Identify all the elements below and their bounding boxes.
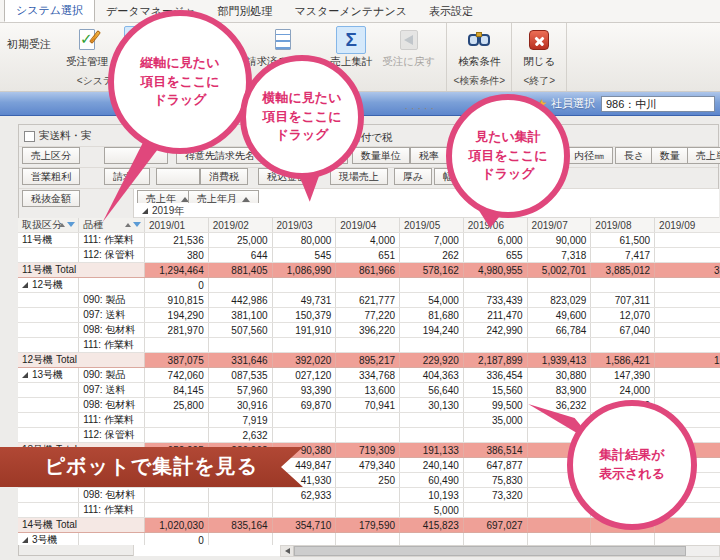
value-cell: 027,120: [272, 368, 336, 383]
value-cell: 861,966: [336, 263, 400, 278]
sort-icon[interactable]: [59, 223, 65, 227]
expand-triangle-icon[interactable]: [142, 208, 148, 214]
field-chip[interactable]: 営業粗利: [22, 168, 80, 185]
menu-tab-4[interactable]: 表示設定: [418, 0, 484, 22]
row-field-header-1[interactable]: 品種: [79, 218, 145, 233]
value-cell: [463, 338, 527, 353]
field-chip[interactable]: 現場売上: [330, 168, 388, 185]
field-chip[interactable]: [156, 168, 200, 185]
table-row: 097: 送料194,290381,100150,37977,22081,680…: [18, 308, 720, 323]
month-column-header[interactable]: 2019/04: [336, 218, 400, 233]
value-cell: [208, 533, 272, 546]
field-chip-label: 厚み: [403, 171, 423, 182]
value-cell: [655, 338, 720, 353]
value-cell: 80,000: [272, 233, 336, 248]
expand-triangle-icon[interactable]: [22, 537, 28, 543]
table-row: 111: 作業料: [18, 338, 720, 353]
value-cell: 396,220: [336, 323, 400, 338]
item-cell: [79, 278, 145, 293]
value-cell: 10,193: [400, 488, 464, 503]
month-column-header[interactable]: 2019/05: [400, 218, 464, 233]
group-cell[interactable]: 12号機: [18, 278, 79, 293]
item-cell: 111: 作業料: [79, 233, 145, 248]
item-cell: 090: 製品: [79, 293, 145, 308]
horizontal-scrollbar[interactable]: [280, 545, 720, 557]
toolbar-button[interactable]: 閉じる: [518, 25, 560, 72]
menu-tab-3[interactable]: マスターメンテナンス: [284, 0, 418, 22]
value-cell: [272, 278, 336, 293]
month-column-header[interactable]: 2019/08: [591, 218, 655, 233]
scrollbar-thumb[interactable]: [294, 546, 686, 556]
splitter-handle[interactable]: ･････: [404, 104, 437, 114]
checkbox-icon[interactable]: [24, 131, 35, 142]
value-cell: 61,66: [655, 383, 720, 398]
callout-bubble-rows: 縦軸に見たい項目をここにドラッグ: [108, 10, 252, 154]
expand-triangle-icon[interactable]: [22, 282, 28, 288]
value-cell: [144, 488, 208, 503]
checkbox-label: 実送料・実: [39, 129, 92, 143]
toolbar-button[interactable]: 受注に戻す: [377, 25, 440, 72]
pivot-year-group-row[interactable]: 2019年: [134, 203, 719, 218]
expand-triangle-icon[interactable]: [22, 372, 28, 378]
toolbar-button[interactable]: ✓受注管理: [61, 25, 113, 72]
group-cell: [18, 488, 79, 503]
value-cell: 380: [144, 248, 208, 263]
group-cell[interactable]: 3号機: [18, 533, 79, 546]
field-chip[interactable]: 売上区分: [22, 147, 80, 164]
item-cell: 098: 包材料: [79, 398, 145, 413]
value-cell: 2,632: [208, 428, 272, 443]
value-cell: 0: [144, 278, 208, 293]
field-chip[interactable]: 数量: [651, 147, 689, 164]
value-cell: 7,417: [591, 248, 655, 263]
field-chip[interactable]: 税抜金額: [22, 190, 80, 207]
filter-funnel-icon[interactable]: [133, 222, 141, 227]
field-chip[interactable]: 数量単位: [352, 147, 410, 164]
table-row: 13号機090: 製品742,060087,535027,120334,7684…: [18, 368, 720, 383]
value-cell: [272, 338, 336, 353]
scroll-left-button[interactable]: [281, 546, 294, 556]
value-cell: [400, 413, 464, 428]
row-field-header-0[interactable]: 取扱区分: [18, 218, 79, 233]
month-column-header[interactable]: 2019/07: [527, 218, 591, 233]
month-column-header[interactable]: 2019/03: [272, 218, 336, 233]
sort-icon[interactable]: [125, 223, 131, 227]
table-row: 112: 保管料3806445456512626557,3187,41751: [18, 248, 720, 263]
month-column-header[interactable]: 2019/09: [655, 218, 720, 233]
group-cell: [18, 248, 79, 263]
value-cell: [527, 278, 591, 293]
field-chip[interactable]: 消費税: [200, 168, 248, 185]
value-cell: 3,335,58: [655, 263, 720, 278]
filter-funnel-icon[interactable]: [67, 222, 75, 227]
field-chip[interactable]: 厚み: [394, 168, 432, 185]
menu-tab-2[interactable]: 部門別処理: [207, 0, 284, 22]
field-chip[interactable]: 売上単価: [687, 147, 720, 164]
field-chip[interactable]: 税率: [410, 147, 448, 164]
toolbar-button-label: 閉じる: [523, 55, 555, 69]
field-chip[interactable]: 内径㎜: [565, 147, 613, 164]
value-cell: 1,939,413: [527, 353, 591, 368]
item-cell: 098: 包材料: [79, 488, 145, 503]
value-cell: 1,540,22: [655, 353, 720, 368]
month-column-header[interactable]: 2019/02: [208, 218, 272, 233]
value-cell: [272, 428, 336, 443]
menu-tab-0[interactable]: システム選択: [4, 0, 95, 22]
group-cell[interactable]: 13号機: [18, 368, 79, 383]
value-cell: 415,823: [400, 518, 464, 533]
value-cell: 835,164: [208, 518, 272, 533]
value-cell: 70,941: [336, 398, 400, 413]
value-cell: 61,500: [591, 233, 655, 248]
field-chip-label: 現場売上: [339, 171, 379, 182]
field-chip[interactable]: 長さ: [615, 147, 653, 164]
value-cell: [400, 278, 464, 293]
toolbar-button[interactable]: 検索条件: [453, 25, 505, 72]
field-chip-label: 消費税: [209, 171, 239, 182]
employee-select-input[interactable]: 986：中川: [601, 96, 715, 112]
value-cell: [400, 338, 464, 353]
group-cell: [18, 383, 79, 398]
shipping-checkbox-row: 実送料・実: [24, 129, 92, 143]
value-cell: 40,00: [655, 233, 720, 248]
field-chip-label: 内径㎜: [574, 150, 604, 161]
group-cell: [18, 413, 79, 428]
month-column-header[interactable]: 2019/01: [144, 218, 208, 233]
toolbar-group-caption: <検索条件>: [453, 72, 505, 91]
